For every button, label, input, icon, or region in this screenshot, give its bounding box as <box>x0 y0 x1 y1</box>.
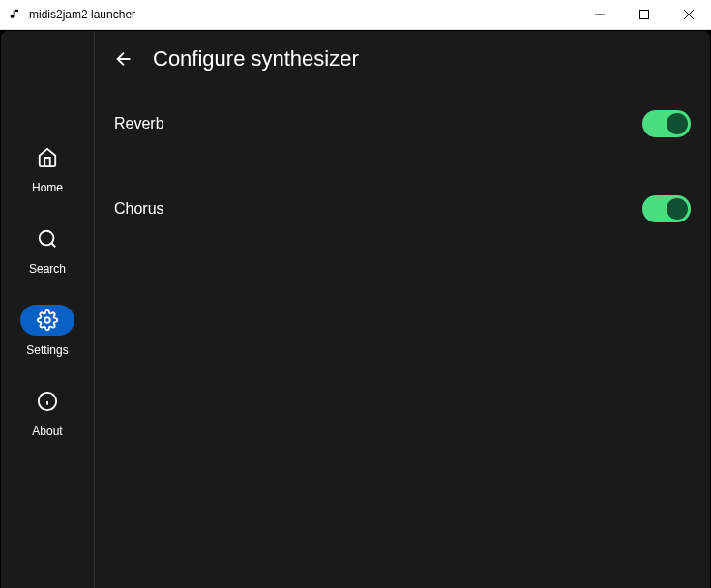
chorus-label: Chorus <box>114 200 164 218</box>
svg-rect-1 <box>640 11 649 19</box>
reverb-toggle[interactable] <box>642 110 691 137</box>
reverb-label: Reverb <box>114 115 164 132</box>
titlebar-left: midis2jam2 launcher <box>8 7 135 22</box>
search-icon <box>37 228 58 250</box>
chorus-toggle[interactable] <box>642 195 691 222</box>
sidebar: Home Search Settings Ab <box>1 31 95 588</box>
app-icon <box>8 7 23 22</box>
sidebar-item-home[interactable]: Home <box>1 142 94 194</box>
setting-row-reverb: Reverb <box>112 110 693 137</box>
home-icon <box>37 147 58 168</box>
svg-point-4 <box>40 231 54 246</box>
toggle-knob <box>667 198 688 220</box>
window-title: midis2jam2 launcher <box>29 8 135 21</box>
sidebar-item-settings[interactable]: Settings <box>1 305 94 357</box>
sidebar-item-about[interactable]: About <box>1 386 94 438</box>
toggle-knob <box>667 113 688 134</box>
window-controls <box>578 0 711 29</box>
sidebar-label-search: Search <box>29 262 66 276</box>
sidebar-label-settings: Settings <box>26 343 68 357</box>
sidebar-label-home: Home <box>32 181 63 194</box>
svg-line-5 <box>51 243 55 247</box>
app-body: Home Search Settings Ab <box>1 31 710 588</box>
info-icon <box>37 391 58 412</box>
back-button[interactable] <box>112 47 135 71</box>
page-header: Configure synthesizer <box>112 46 693 72</box>
minimize-button[interactable] <box>578 0 622 29</box>
close-button[interactable] <box>667 0 711 29</box>
sidebar-label-about: About <box>32 425 62 438</box>
gear-icon <box>37 309 58 331</box>
sidebar-item-search[interactable]: Search <box>1 223 94 276</box>
titlebar: midis2jam2 launcher <box>0 0 711 30</box>
main-content: Configure synthesizer Reverb Chorus <box>95 31 710 588</box>
svg-point-6 <box>44 317 50 323</box>
page-title: Configure synthesizer <box>153 46 359 72</box>
setting-row-chorus: Chorus <box>112 195 693 222</box>
maximize-button[interactable] <box>622 0 667 29</box>
